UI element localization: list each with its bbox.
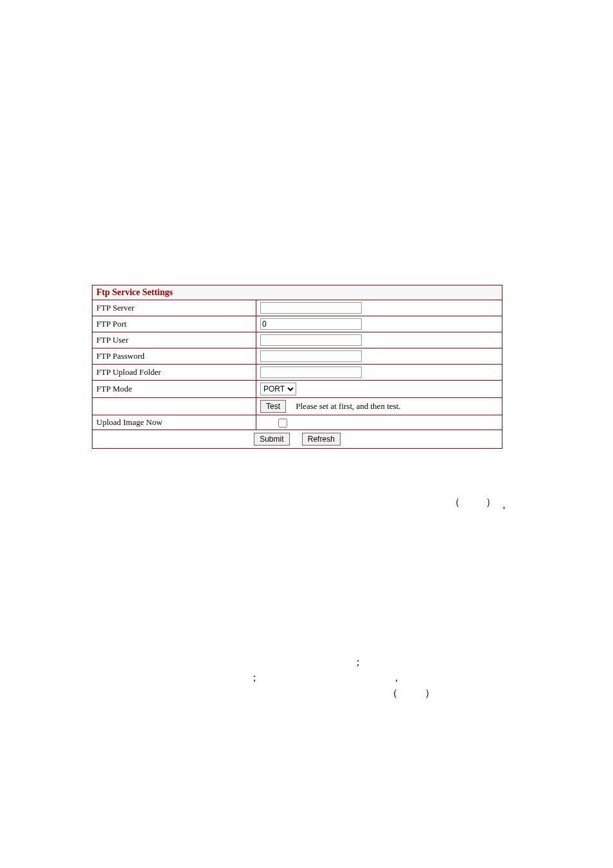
footer-row: Submit Refresh [93, 430, 502, 449]
test-button[interactable]: Test [260, 400, 286, 413]
label-ftp-user: FTP User [93, 332, 256, 348]
form-title: Ftp Service Settings [96, 287, 173, 297]
row-ftp-password: FTP Password [93, 348, 502, 365]
row-ftp-port: FTP Port [93, 316, 502, 332]
decorative-paren-open-2: （ [387, 687, 398, 700]
ftp-mode-select[interactable]: PORT [260, 383, 296, 395]
decorative-comma-1: ， [391, 671, 402, 685]
ftp-upload-folder-input[interactable] [260, 366, 362, 378]
ftp-server-input[interactable] [260, 302, 362, 314]
row-upload-now: Upload Image Now [93, 415, 502, 430]
row-ftp-upload-folder: FTP Upload Folder [93, 365, 502, 381]
label-ftp-port: FTP Port [93, 316, 256, 332]
refresh-button[interactable]: Refresh [302, 433, 341, 446]
decorative-semicolon-1: ； [353, 656, 363, 669]
ftp-settings-table: Ftp Service Settings FTP Server FTP Port… [92, 285, 502, 449]
label-upload-now: Upload Image Now [93, 415, 256, 430]
decorative-paren-open-1: （ [450, 496, 460, 509]
label-ftp-server: FTP Server [93, 300, 256, 316]
label-test-empty [93, 398, 256, 415]
decorative-paren-close-1: ） [486, 496, 496, 509]
label-ftp-password: FTP Password [93, 348, 256, 365]
ftp-user-input[interactable] [260, 334, 362, 346]
upload-now-checkbox[interactable] [278, 419, 287, 428]
decorative-semicolon-2: ； [249, 671, 260, 685]
decorative-paren-close-2: ） [425, 687, 435, 700]
label-ftp-mode: FTP Mode [93, 381, 256, 398]
ftp-password-input[interactable] [260, 350, 362, 362]
ftp-port-input[interactable] [260, 318, 362, 330]
decorative-full-stop: 。 [502, 498, 512, 512]
label-ftp-upload-folder: FTP Upload Folder [93, 365, 256, 381]
test-hint-text: Please set at first, and then test. [296, 401, 400, 411]
row-ftp-user: FTP User [93, 332, 502, 348]
row-test: Test Please set at first, and then test. [93, 398, 502, 415]
row-ftp-server: FTP Server [93, 300, 502, 316]
submit-button[interactable]: Submit [254, 433, 289, 446]
header-row: Ftp Service Settings [93, 285, 502, 300]
row-ftp-mode: FTP Mode PORT [93, 381, 502, 398]
